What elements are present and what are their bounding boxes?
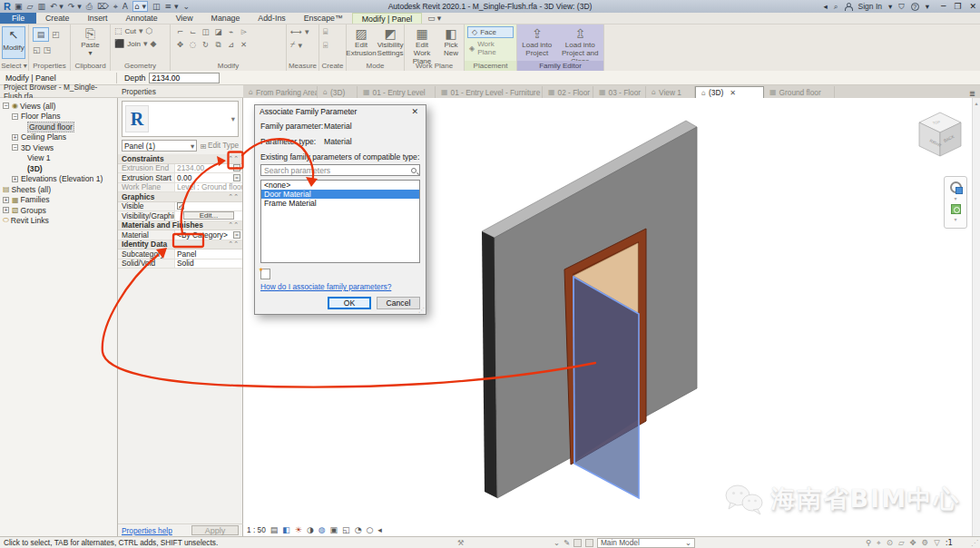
parameter-item-frame-material[interactable]: Frame Material <box>261 199 419 208</box>
sun-path-icon[interactable]: ☀ <box>295 525 302 534</box>
type-selector-caret-icon[interactable]: ▾ <box>231 114 238 123</box>
load-into-project-close-button[interactable]: ⇫ Load into Project and Close <box>557 24 603 61</box>
scale-label[interactable]: 1 : 50 <box>247 525 266 534</box>
text-icon[interactable]: A <box>122 2 128 11</box>
properties-help-link[interactable]: Properties help <box>122 526 172 535</box>
sign-in-button[interactable]: Sign In <box>858 2 882 11</box>
help-caret-icon[interactable]: ▾ <box>926 2 929 11</box>
select-by-face-icon[interactable]: ▱ <box>898 538 905 547</box>
wheel-caret-icon[interactable]: ▾ <box>954 197 956 201</box>
search-back-icon[interactable]: ◂ <box>823 2 827 11</box>
close-view-tab-icon[interactable]: ✕ <box>730 89 736 97</box>
associate-parameter-button[interactable]: = <box>233 174 240 181</box>
tree-views-all[interactable]: −◉Views (all) <box>0 101 117 112</box>
mirror-line-icon[interactable]: ◪ <box>212 27 224 39</box>
tab-modify-panel[interactable]: Modify | Panel <box>352 13 423 24</box>
create-similar-icon[interactable]: ⌹ <box>323 41 328 51</box>
tab-file[interactable]: File <box>0 13 36 24</box>
workset-button[interactable] <box>573 539 582 547</box>
parameter-list[interactable]: <none> Door Material Frame Material <box>260 180 420 263</box>
tree-floor-plans[interactable]: −Floor Plans <box>0 112 117 122</box>
tree-ground-floor[interactable]: Ground floor <box>0 122 117 132</box>
expand-icon[interactable]: + <box>3 207 9 213</box>
reveal-hidden-elements-icon[interactable]: ○ <box>366 525 373 534</box>
modify-tool-button[interactable]: ↖ Modify <box>2 26 25 59</box>
sign-in-caret-icon[interactable]: ▾ <box>888 2 892 11</box>
visibility-settings-button[interactable]: ◩ Visibility Settings <box>376 24 405 61</box>
depth-input[interactable] <box>149 73 220 83</box>
close-button[interactable]: ✕ <box>969 2 976 11</box>
edit-type-button[interactable]: ⊞ Edit Type <box>200 142 239 151</box>
restore-button[interactable]: ❐ <box>954 2 961 11</box>
window-icon[interactable]: ▣ <box>15 2 23 11</box>
temporary-hide-isolate-icon[interactable]: ◔ <box>355 525 362 534</box>
associate-parameter-button[interactable]: = <box>233 231 240 239</box>
door-panel-selected[interactable] <box>573 277 639 498</box>
section-graphics[interactable]: Graphics⌃⌃ <box>118 192 242 202</box>
shadows-icon[interactable]: ◑ <box>307 525 314 534</box>
view-tab-list-icon[interactable]: ≣ <box>965 89 980 98</box>
properties-palette-button[interactable]: ▤ <box>33 27 49 42</box>
view-tab-02-floor[interactable]: ▦02 - Floor <box>543 86 593 98</box>
tree-sheets[interactable]: ▤Sheets (all) <box>0 184 117 195</box>
view-tab-from-parking-area[interactable]: ⌂From Parking Area <box>243 86 318 98</box>
row-material[interactable]: Material <By Category>= <box>118 230 242 240</box>
cut-geometry-icon[interactable]: ⬚ <box>114 26 122 35</box>
tab-addins[interactable]: Add-Ins <box>249 13 294 24</box>
instance-selector[interactable]: Panel (1) ▾ <box>122 140 197 152</box>
visible-checkbox[interactable]: ✓ <box>177 202 184 210</box>
panel-select-label[interactable]: Select ▾ <box>0 61 28 71</box>
view-tab-ground-floor[interactable]: ▦Ground floor <box>764 86 835 98</box>
project-browser-header[interactable]: Project Browser - M_Single-Flush.rfa <box>0 85 118 98</box>
ribbon-display-toggle[interactable]: ▭▾ <box>422 13 446 24</box>
row-subcategory[interactable]: Subcategory Panel <box>118 250 242 259</box>
minimize-button[interactable]: ─ <box>941 2 946 11</box>
section-icon[interactable]: ◫ <box>152 2 161 11</box>
offset-icon[interactable]: ⌙ <box>187 27 199 39</box>
associate-parameter-button[interactable]: = <box>233 164 240 171</box>
tree-view-1[interactable]: View 1 <box>0 153 117 164</box>
section-materials[interactable]: Materials and Finishes⌃⌃ <box>118 221 242 231</box>
vcb-collapse-icon[interactable]: ◂ <box>377 525 382 534</box>
visual-style-icon[interactable]: ◧ <box>282 525 290 534</box>
trim-icon[interactable]: ⌲ <box>238 27 250 39</box>
join-geometry-icon[interactable]: ⬛ <box>114 39 124 48</box>
tree-ceiling-plans[interactable]: +Ceiling Plans <box>0 132 117 143</box>
design-options-caret-icon[interactable]: ⌄ <box>554 538 560 547</box>
aligned-dimension-icon[interactable]: ⌖ <box>113 2 118 12</box>
row-solid-void[interactable]: Solid/Void Solid <box>118 259 242 269</box>
placement-work-plane-button[interactable]: ◈ Work Plane <box>465 39 516 57</box>
ok-button[interactable]: OK <box>328 297 371 309</box>
tab-manage[interactable]: Manage <box>202 13 250 24</box>
align-icon[interactable]: ⌐ <box>174 27 186 39</box>
tab-annotate[interactable]: Annotate <box>116 13 166 24</box>
properties-header[interactable]: Properties <box>118 85 243 98</box>
navigation-bar[interactable]: ▾ ▾ <box>944 176 967 229</box>
dimension-icon[interactable]: ⌿ <box>290 40 295 50</box>
copy-icon[interactable]: ◌ <box>187 40 199 52</box>
design-option-button[interactable] <box>585 539 593 547</box>
apply-button[interactable]: Apply <box>191 525 239 535</box>
type-properties-icon[interactable]: ◳ <box>44 45 52 54</box>
canvas-scrollbar[interactable]: ▴ <box>972 98 980 536</box>
parameter-item-none[interactable]: <none> <box>261 181 419 190</box>
view-tab-01-entry-level[interactable]: ▦01 - Entry Level <box>358 86 436 98</box>
revit-logo[interactable]: R <box>4 1 11 12</box>
expand-icon[interactable]: + <box>3 197 9 203</box>
open-icon[interactable]: ▱ <box>26 2 33 11</box>
tree-elevations[interactable]: +Elevations (Elevation 1) <box>0 174 117 185</box>
zoom-caret-icon[interactable]: ▾ <box>954 218 956 221</box>
edit-extrusion-button[interactable]: ▨ Edit Extrusion <box>347 24 376 61</box>
tree-3d[interactable]: (3D) <box>0 163 117 174</box>
main-model-select[interactable]: Main Model ⌄ <box>597 538 695 548</box>
dialog-resize-grip[interactable]: ⋰ <box>418 307 425 314</box>
tree-families[interactable]: +▦Families <box>0 195 117 206</box>
edit-work-plane-button[interactable]: ▦ Edit Work Plane <box>405 24 439 61</box>
tab-view[interactable]: View <box>167 13 202 24</box>
row-extrusion-start[interactable]: Extrusion Start 0.00= <box>118 173 242 183</box>
create-group-icon[interactable]: ⌸ <box>323 27 328 37</box>
search-parameters-input[interactable]: Search parameters <box>260 164 420 176</box>
measure-icon[interactable]: ⌦ <box>97 2 109 11</box>
undo-icon[interactable]: ↶ ▾ <box>50 2 64 11</box>
tree-3d-views[interactable]: −3D Views <box>0 142 117 153</box>
